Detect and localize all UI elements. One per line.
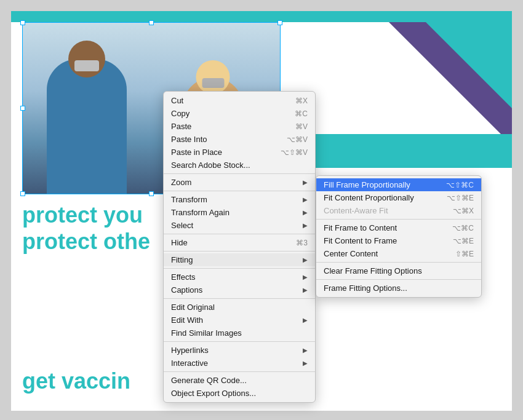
fitting-submenu: Fill Frame Proportionally ⌥⇧⌘C Fit Conte… [316,175,482,298]
submenu-item-fill-frame[interactable]: Fill Frame Proportionally ⌥⇧⌘C [316,178,481,191]
submenu-label-fit-content-prop: Fit Content Proportionally [324,193,414,202]
menu-shortcut-paste: ⌘V [295,122,308,131]
transform-again-arrow-icon: ▶ [303,209,308,216]
submenu-label-fit-frame-content: Fit Frame to Content [324,223,397,232]
menu-label-interactive: Interactive [171,359,300,368]
menu-item-paste-into[interactable]: Paste Into ⌥⌘V [164,133,315,146]
edit-with-arrow-icon: ▶ [303,317,308,323]
menu-shortcut-paste-into: ⌥⌘V [287,135,308,144]
menu-item-edit-with[interactable]: Edit With ▶ [164,314,315,327]
menu-label-fitting: Fitting [171,255,300,264]
text-vaccin-area: get vaccin [22,368,130,394]
submenu-item-content-aware[interactable]: Content-Aware Fit ⌥⌘X [316,204,481,217]
interactive-arrow-icon: ▶ [303,360,308,367]
submenu-item-fit-content-frame[interactable]: Fit Content to Frame ⌥⌘E [316,234,481,247]
menu-label-paste-into: Paste Into [171,135,282,144]
submenu-separator-2 [316,262,481,263]
menu-label-edit-original: Edit Original [171,303,308,312]
menu-label-transform: Transform [171,195,300,204]
menu-separator-7 [164,341,315,342]
menu-separator-1 [164,173,315,174]
person2-head [196,60,230,94]
submenu-shortcut-center-content: ⇧⌘E [455,250,474,258]
person1-head [68,41,105,77]
text-protect-area: protect you protect othe [22,202,150,255]
submenu-label-frame-fitting-opts: Frame Fitting Options... [324,283,407,293]
menu-item-fitting[interactable]: Fitting ▶ [164,253,315,266]
menu-shortcut-hide: ⌘3 [296,239,308,247]
submenu-label-content-aware: Content-Aware Fit [324,206,388,215]
menu-separator-4 [164,251,315,252]
menu-label-find-similar: Find Similar Images [171,328,308,338]
menu-label-edit-with: Edit With [171,315,300,325]
submenu-shortcut-fit-content-frame: ⌥⌘E [453,237,474,245]
submenu-label-center-content: Center Content [324,249,378,258]
teal-bar-right [297,134,512,168]
menu-label-search-stock: Search Adobe Stock... [171,160,308,170]
submenu-shortcut-fit-content-prop: ⌥⇧⌘E [447,194,474,202]
submenu-item-frame-fitting-opts[interactable]: Frame Fitting Options... [316,282,481,295]
submenu-label-fill-frame: Fill Frame Proportionally [324,180,410,189]
menu-item-paste-in-place[interactable]: Paste in Place ⌥⇧⌘V [164,146,315,159]
person1-body [47,59,127,194]
submenu-item-fit-content-prop[interactable]: Fit Content Proportionally ⌥⇧⌘E [316,191,481,204]
menu-shortcut-cut: ⌘X [295,97,308,105]
menu-item-hide[interactable]: Hide ⌘3 [164,236,315,249]
teal-top-right [309,11,512,22]
menu-item-transform[interactable]: Transform ▶ [164,193,315,206]
menu-item-find-similar[interactable]: Find Similar Images [164,327,315,339]
menu-item-cut[interactable]: Cut ⌘X [164,94,315,107]
submenu-shortcut-fill-frame: ⌥⇧⌘C [446,181,474,189]
person2-mask [202,78,224,88]
submenu-item-center-content[interactable]: Center Content ⇧⌘E [316,247,481,260]
text-protect-line2: protect othe [22,228,150,255]
submenu-separator-1 [316,219,481,220]
menu-item-zoom[interactable]: Zoom ▶ [164,176,315,189]
menu-item-copy[interactable]: Copy ⌘C [164,107,315,120]
menu-separator-6 [164,298,315,299]
menu-item-select[interactable]: Select ▶ [164,219,315,232]
menu-label-transform-again: Transform Again [171,208,300,217]
menu-label-select: Select [171,221,300,230]
effects-arrow-icon: ▶ [303,274,308,280]
menu-item-search-stock[interactable]: Search Adobe Stock... [164,159,315,172]
captions-arrow-icon: ▶ [303,287,308,293]
fitting-arrow-icon: ▶ [303,256,308,263]
zoom-arrow-icon: ▶ [303,179,308,186]
transform-arrow-icon: ▶ [303,196,308,203]
menu-label-effects: Effects [171,272,300,282]
person1-mask [74,60,99,71]
select-arrow-icon: ▶ [303,222,308,229]
text-protect-line1: protect you [22,202,150,228]
submenu-item-clear-fitting[interactable]: Clear Frame Fitting Options [316,264,481,277]
menu-separator-3 [164,234,315,234]
menu-item-transform-again[interactable]: Transform Again ▶ [164,206,315,219]
submenu-label-fit-content-frame: Fit Content to Frame [324,236,397,245]
menu-item-hyperlinks[interactable]: Hyperlinks ▶ [164,344,315,357]
menu-item-interactive[interactable]: Interactive ▶ [164,357,315,370]
submenu-separator-3 [316,279,481,280]
menu-label-copy: Copy [171,109,290,118]
menu-item-edit-original[interactable]: Edit Original [164,301,315,314]
menu-item-captions[interactable]: Captions ▶ [164,283,315,296]
menu-separator-2 [164,191,315,191]
menu-label-generate-qr: Generate QR Code... [171,376,308,385]
menu-label-paste: Paste [171,122,290,131]
triangle-teal [426,22,512,108]
menu-item-paste[interactable]: Paste ⌘V [164,120,315,133]
menu-label-cut: Cut [171,96,290,105]
menu-shortcut-paste-in-place: ⌥⇧⌘V [281,148,308,157]
menu-item-object-export[interactable]: Object Export Options... [164,387,315,400]
menu-separator-8 [164,371,315,372]
submenu-shortcut-fit-frame-content: ⌥⌘C [452,224,474,232]
context-menu: Cut ⌘X Copy ⌘C Paste ⌘V Paste Into ⌥⌘V P… [163,91,316,403]
menu-label-object-export: Object Export Options... [171,389,308,398]
menu-label-paste-in-place: Paste in Place [171,148,276,157]
menu-label-hyperlinks: Hyperlinks [171,346,300,355]
menu-item-effects[interactable]: Effects ▶ [164,271,315,283]
submenu-item-fit-frame-content[interactable]: Fit Frame to Content ⌥⌘C [316,221,481,234]
menu-item-generate-qr[interactable]: Generate QR Code... [164,374,315,387]
menu-shortcut-copy: ⌘C [295,109,308,118]
menu-label-hide: Hide [171,238,291,247]
menu-label-zoom: Zoom [171,178,300,187]
